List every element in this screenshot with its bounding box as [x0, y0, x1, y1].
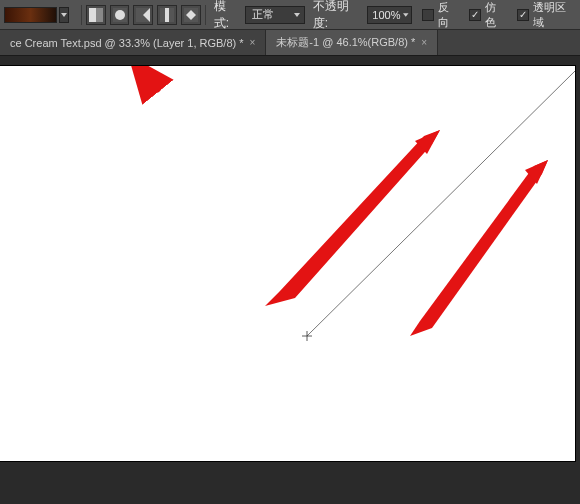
- dither-checkbox[interactable]: [469, 9, 481, 21]
- gradient-swatch-group: [4, 7, 69, 23]
- workspace: [0, 56, 580, 504]
- opacity-input[interactable]: 100%: [367, 6, 412, 24]
- tab-label: ce Cream Text.psd @ 33.3% (Layer 1, RGB/…: [10, 37, 244, 49]
- blend-mode-value: 正常: [252, 7, 274, 22]
- reverse-checkbox[interactable]: [422, 9, 434, 21]
- annotation-arrow: [133, 66, 160, 91]
- transparency-label: 透明区域: [533, 0, 576, 30]
- svg-rect-2: [89, 8, 96, 22]
- svg-rect-8: [165, 8, 169, 22]
- angle-gradient-icon[interactable]: [133, 5, 153, 25]
- svg-marker-11: [294, 13, 300, 17]
- svg-marker-12: [403, 13, 408, 17]
- options-bar: 模式: 正常 不透明度: 100% 反向 仿色 透明区域: [0, 0, 580, 30]
- document-tab[interactable]: 未标题-1 @ 46.1%(RGB/8) * ×: [266, 30, 438, 55]
- transparency-checkbox-group: 透明区域: [517, 0, 576, 30]
- gradient-swatch[interactable]: [4, 7, 57, 23]
- diamond-gradient-icon[interactable]: [181, 5, 201, 25]
- annotation-arrow: [265, 130, 440, 306]
- close-icon[interactable]: ×: [421, 37, 427, 48]
- dither-label: 仿色: [485, 0, 507, 30]
- document-tab[interactable]: ce Cream Text.psd @ 33.3% (Layer 1, RGB/…: [0, 30, 266, 55]
- linear-gradient-icon[interactable]: [86, 5, 106, 25]
- reverse-checkbox-group: 反向: [422, 0, 459, 30]
- dither-checkbox-group: 仿色: [469, 0, 506, 30]
- annotation-arrow: [410, 160, 548, 336]
- mode-label: 模式:: [214, 0, 241, 32]
- svg-marker-0: [61, 13, 67, 17]
- document-canvas[interactable]: [0, 66, 575, 461]
- document-tab-bar: ce Cream Text.psd @ 33.3% (Layer 1, RGB/…: [0, 30, 580, 56]
- close-icon[interactable]: ×: [250, 37, 256, 48]
- svg-point-4: [115, 10, 125, 20]
- reverse-label: 反向: [438, 0, 460, 30]
- opacity-value: 100%: [372, 9, 400, 21]
- opacity-label: 不透明度:: [313, 0, 364, 32]
- tab-label: 未标题-1 @ 46.1%(RGB/8) *: [276, 35, 415, 50]
- blend-mode-select[interactable]: 正常: [245, 6, 305, 24]
- gradient-picker-dropdown[interactable]: [59, 7, 69, 23]
- annotation-overlay: [0, 66, 575, 461]
- reflected-gradient-icon[interactable]: [157, 5, 177, 25]
- separator: [205, 5, 206, 25]
- transparency-checkbox[interactable]: [517, 9, 529, 21]
- separator: [81, 5, 82, 25]
- radial-gradient-icon[interactable]: [110, 5, 130, 25]
